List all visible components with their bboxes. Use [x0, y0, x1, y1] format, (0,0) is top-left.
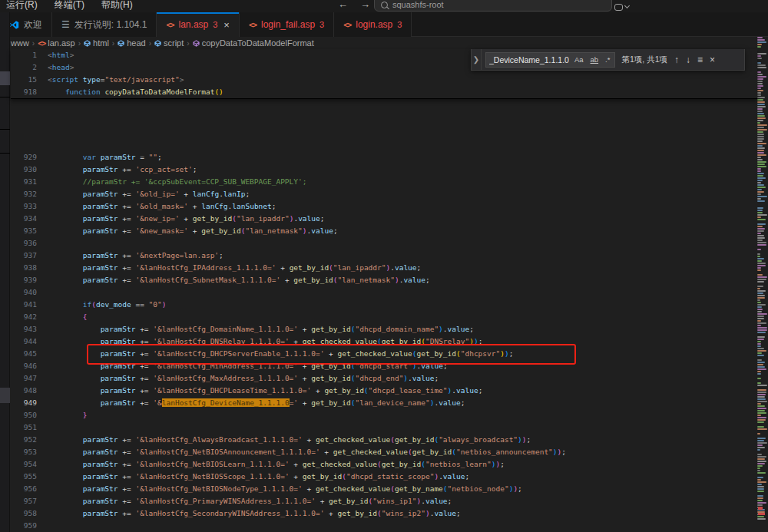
line-number: 2 [11, 61, 48, 74]
code-line-949[interactable]: 949 paramStr += '&lanHostCfg_DeviceName_… [11, 397, 757, 409]
code-line-939[interactable]: 939 paramStr += '&lanHostCfg_SubnetMask_… [11, 274, 757, 286]
line-number: 943 [11, 323, 48, 335]
line-number: 933 [11, 200, 48, 213]
code-line-15[interactable]: 15<script type="text/javascript"> [11, 74, 757, 86]
line-number: 929 [11, 151, 48, 164]
line-number: 935 [11, 225, 48, 237]
nav-back-icon[interactable]: ← [338, 0, 348, 10]
tab-lan.asp[interactable]: <> lan.asp 3 × [157, 12, 239, 37]
code-line-953[interactable]: 953 paramStr += '&lanHostCfg_NetBIOSAnno… [11, 446, 757, 458]
nav-forward-icon[interactable]: → [360, 0, 370, 10]
line-number: 932 [11, 188, 48, 200]
line-number: 944 [11, 335, 48, 348]
problem-count-badge: 3 [319, 20, 324, 29]
line-number: 951 [11, 421, 48, 434]
code-line-937[interactable]: 937 paramStr += '&nextPage=lan.asp'; [11, 249, 757, 262]
vscode-logo-icon [9, 20, 19, 30]
breadcrumb-separator: › [78, 39, 81, 48]
match-case-icon[interactable]: Aa [573, 55, 585, 64]
code-line-954[interactable]: 954 paramStr += '&lanHostCfg_NetBIOSLear… [11, 458, 757, 471]
close-tab-icon[interactable]: × [223, 19, 230, 31]
find-query[interactable]: _DeviceName_1.1.1.0 [489, 55, 569, 64]
code-line-938[interactable]: 938 paramStr += '&lanHostCfg_IPAddress_1… [11, 262, 757, 274]
line-number: 1 [11, 49, 48, 61]
code-line-959[interactable]: 959 [11, 520, 757, 532]
code-line-955[interactable]: 955 paramStr += '&lanHostCfg_NetBIOSScop… [11, 471, 757, 483]
code-line-952[interactable]: 952 paramStr += '&lanHostCfg_AlwaysBroad… [11, 434, 757, 446]
next-match-button[interactable]: ↓ [686, 55, 690, 65]
code-line-918[interactable]: 918 function copyDataToDataModelFormat() [11, 86, 757, 98]
problem-count-badge: 3 [213, 20, 217, 29]
html-symbol-icon [84, 40, 91, 47]
line-number: 15 [11, 74, 48, 86]
menu-item[interactable]: 运行(R) [3, 0, 41, 12]
code-line-933[interactable]: 933 paramStr += '&old_mask=' + lanCfg.la… [11, 200, 757, 213]
find-widget: ❯ _DeviceName_1.1.1.0 Aa ab .* 第1项, 共1项 … [471, 49, 745, 71]
find-in-selection-icon[interactable]: ≡ [697, 55, 703, 65]
code-line-935[interactable]: 935 paramStr += '&new_mask=' + get_by_id… [11, 225, 757, 237]
breadcrumb-item[interactable]: <>lan.asp [38, 38, 75, 48]
command-center-search[interactable]: squashfs-root [374, 0, 612, 12]
tab-login_fail.asp[interactable]: <> login_fail.asp 3 [240, 12, 334, 37]
command-center-label: squashfs-root [392, 0, 444, 9]
code-line-931[interactable]: 931 //paramStr += '&ccpSubEvent=CCP_SUB_… [11, 176, 757, 188]
code-lines[interactable]: 929 var paramStr = ""; 930 paramStr += '… [11, 98, 757, 532]
breadcrumb-separator: › [32, 39, 35, 48]
code-line-957[interactable]: 957 paramStr += '&lanHostCfg_PrimaryWINS… [11, 495, 757, 507]
code-line-956[interactable]: 956 paramStr += '&lanHostCfg_NetBIOSNode… [11, 483, 757, 495]
line-number: 941 [11, 299, 48, 311]
line-number: 940 [11, 286, 48, 299]
editor[interactable]: 929 var paramStr = ""; 930 paramStr += '… [0, 49, 757, 532]
prev-match-button[interactable]: ↑ [674, 55, 679, 65]
code-line-942[interactable]: 942 { [11, 311, 757, 323]
close-find-button[interactable]: × [710, 55, 715, 65]
tab-login.asp[interactable]: <> login.asp 3 [334, 12, 412, 37]
tab-bar: 欢迎 ☰ 发行说明: 1.104.1 <> lan.asp 3 × <> log… [0, 12, 768, 37]
breadcrumb-item[interactable]: script [154, 38, 184, 48]
code-line-932[interactable]: 932 paramStr += '&old_ip=' + lanCfg.lanI… [11, 188, 757, 200]
code-line-934[interactable]: 934 paramStr += '&new_ip=' + get_by_id("… [11, 213, 757, 225]
code-line-951[interactable]: 951 [11, 421, 757, 434]
breadcrumb-item[interactable]: head [118, 38, 145, 48]
line-number: 953 [11, 446, 48, 458]
line-number: 934 [11, 213, 48, 225]
match-count: 第1项, 共1项 [621, 55, 667, 65]
code-file-icon: <> [343, 21, 351, 29]
menu-item[interactable]: 帮助(H) [98, 0, 136, 12]
chevron-down-icon[interactable] [624, 3, 630, 8]
line-number: 958 [11, 507, 48, 520]
minimap[interactable] [757, 37, 768, 532]
breadcrumb-item[interactable]: html [84, 38, 109, 48]
code-line-943[interactable]: 943 paramStr += '&lanHostCfg_DomainName_… [11, 323, 757, 335]
code-line-940[interactable]: 940 [11, 286, 757, 299]
code-line-948[interactable]: 948 paramStr += '&lanHostCfg_DHCPLeaseTi… [11, 385, 757, 397]
breadcrumb: www› <>lan.asp› html› head› script› copy… [11, 37, 748, 49]
code-line-936[interactable]: 936 [11, 237, 757, 249]
code-line-941[interactable]: 941 if(dev_mode == "0") [11, 299, 757, 311]
breadcrumb-item[interactable]: copyDataToDataModelFormat [193, 38, 314, 48]
code-line-929[interactable]: 929 var paramStr = ""; [11, 151, 757, 164]
regex-icon[interactable]: .* [604, 55, 611, 64]
code-line-930[interactable]: 930 paramStr += 'ccp_act=set'; [11, 164, 757, 176]
toggle-replace-chevron[interactable]: ❯ [472, 49, 482, 71]
search-icon [381, 2, 388, 8]
code-line-947[interactable]: 947 paramStr += '&lanHostCfg_MaxAddress_… [11, 372, 757, 385]
strip-mark [0, 71, 10, 85]
code-line-950[interactable]: 950 } [11, 409, 757, 421]
menu-item[interactable]: 终端(T) [51, 0, 88, 12]
line-number: 942 [11, 311, 48, 323]
code-file-icon: <> [249, 21, 257, 29]
line-number: 945 [11, 348, 48, 360]
line-number: 950 [11, 409, 48, 421]
line-number: 952 [11, 434, 48, 446]
breadcrumb-item[interactable]: www [11, 38, 29, 48]
tab-发行说明: 1.104.1[interactable]: ☰ 发行说明: 1.104.1 [52, 12, 157, 37]
copilot-icon[interactable] [614, 4, 623, 11]
menubar: 运行(R)终端(T)帮助(H) [3, 0, 136, 12]
line-number: 955 [11, 471, 48, 483]
method-symbol-icon [193, 40, 200, 47]
line-number: 959 [11, 520, 48, 532]
whole-word-icon[interactable]: ab [589, 55, 601, 64]
find-input[interactable]: _DeviceName_1.1.1.0 Aa ab .* [485, 52, 615, 68]
code-line-958[interactable]: 958 paramStr += '&lanHostCfg_SecondaryWI… [11, 507, 757, 520]
